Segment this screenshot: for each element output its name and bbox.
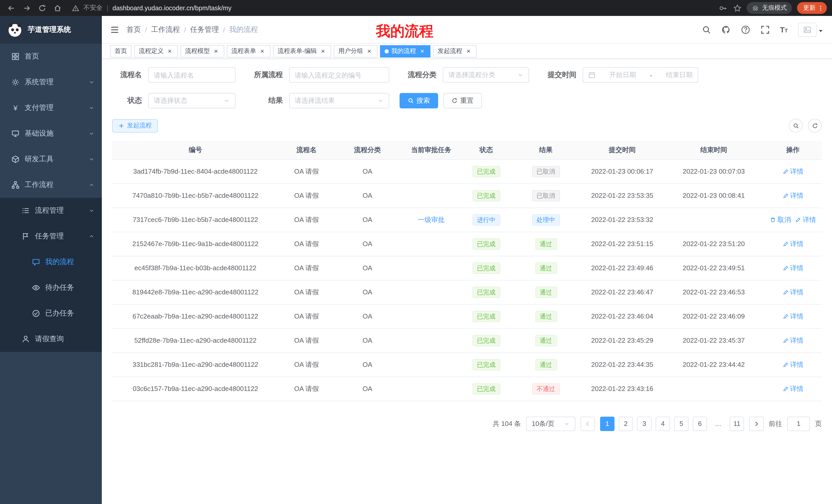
process-name-input[interactable] bbox=[154, 71, 230, 79]
tab-close-icon[interactable]: × bbox=[319, 48, 327, 55]
page-button[interactable]: 6 bbox=[693, 416, 707, 431]
github-icon[interactable] bbox=[721, 25, 730, 34]
tab-item[interactable]: 用户分组× bbox=[334, 45, 378, 57]
tab-item[interactable]: 我的流程× bbox=[380, 45, 431, 57]
detail-button[interactable]: 详情 bbox=[782, 263, 803, 273]
detail-button[interactable]: 详情 bbox=[782, 239, 803, 248]
page-button[interactable]: 1 bbox=[600, 416, 615, 431]
cell-actions: 详情 bbox=[764, 376, 822, 401]
page-button[interactable]: 5 bbox=[674, 416, 688, 431]
refresh-table-button[interactable] bbox=[808, 119, 822, 133]
search-icon[interactable] bbox=[702, 25, 711, 34]
pager-ellipsis[interactable]: … bbox=[711, 416, 726, 431]
address-bar[interactable]: 不安全 | dashboard.yudao.iocoder.cn/bpm/tas… bbox=[72, 4, 742, 12]
next-page-button[interactable] bbox=[749, 416, 763, 431]
prev-page-button[interactable] bbox=[580, 416, 595, 431]
detail-button[interactable]: 详情 bbox=[782, 287, 803, 297]
detail-button[interactable]: 详情 bbox=[782, 191, 803, 200]
cell-name: OA 请假 bbox=[279, 159, 334, 184]
sidebar-item-my-process[interactable]: 我的流程 bbox=[0, 249, 102, 275]
tab-item[interactable]: 流程表单-编辑× bbox=[273, 45, 331, 57]
sidebar-item-task-management[interactable]: 任务管理 bbox=[0, 223, 102, 249]
reset-button[interactable]: 重置 bbox=[443, 93, 482, 108]
sidebar-item-home[interactable]: 首页 bbox=[0, 44, 102, 69]
bookmark-star-icon[interactable] bbox=[733, 4, 742, 12]
end-date-placeholder[interactable]: 结束日期 bbox=[666, 71, 693, 80]
detail-button[interactable]: 详情 bbox=[782, 336, 803, 345]
create-process-button[interactable]: 发起流程 bbox=[112, 119, 158, 132]
tab-close-icon[interactable]: × bbox=[259, 48, 266, 55]
page-button[interactable]: 4 bbox=[656, 416, 670, 431]
cell-actions: 详情 bbox=[764, 304, 822, 328]
detail-button[interactable]: 详情 bbox=[782, 312, 803, 321]
font-size-icon[interactable]: TT bbox=[780, 26, 788, 33]
page-size-select[interactable]: 10条/页 bbox=[526, 416, 575, 431]
incognito-label: 无痕模式 bbox=[762, 4, 787, 12]
avatar[interactable] bbox=[798, 22, 816, 37]
menu-dots-icon[interactable] bbox=[817, 5, 824, 11]
home-icon[interactable] bbox=[53, 4, 62, 12]
tab-item[interactable]: 发起流程× bbox=[433, 45, 477, 57]
update-button[interactable]: 更新 bbox=[797, 2, 827, 14]
reload-icon[interactable] bbox=[38, 4, 46, 12]
status-select[interactable]: 请选择状态 bbox=[148, 93, 235, 108]
tab-item[interactable]: 首页 bbox=[110, 45, 132, 57]
goto-page-input[interactable] bbox=[787, 416, 810, 431]
search-button[interactable]: 搜索 bbox=[399, 93, 438, 108]
fullscreen-icon[interactable] bbox=[760, 25, 770, 34]
page-button[interactable]: 11 bbox=[730, 416, 744, 431]
page-button[interactable]: 3 bbox=[637, 416, 651, 431]
sidebar-item-done-tasks[interactable]: 已办任务 bbox=[0, 301, 102, 326]
key-icon[interactable] bbox=[719, 4, 727, 12]
cancel-button[interactable]: 取消 bbox=[770, 215, 791, 224]
help-icon[interactable] bbox=[741, 25, 750, 34]
result-select[interactable]: 请选择流结果 bbox=[289, 93, 389, 108]
sidebar-item-process-management[interactable]: 流程管理 bbox=[0, 198, 102, 223]
tab-close-icon[interactable]: × bbox=[166, 48, 173, 55]
breadcrumb-item[interactable]: 首页 bbox=[127, 25, 141, 34]
tab-item[interactable]: 流程模型× bbox=[181, 45, 224, 57]
tab-close-icon[interactable]: × bbox=[212, 48, 219, 55]
back-icon[interactable] bbox=[7, 4, 16, 12]
user-icon bbox=[22, 335, 30, 343]
chevron-up-icon bbox=[88, 233, 95, 240]
toolbar: 发起流程 bbox=[112, 119, 822, 133]
tab-close-icon[interactable]: × bbox=[465, 48, 472, 55]
sidebar-item-todo-tasks[interactable]: 待办任务 bbox=[0, 275, 102, 301]
user-menu[interactable] bbox=[798, 22, 824, 37]
date-range-picker[interactable]: 开始日期 - 结束日期 bbox=[582, 67, 698, 83]
tab-close-icon[interactable]: × bbox=[366, 48, 373, 55]
cell-actions: 取消详情 bbox=[764, 207, 822, 232]
sidebar-item-payment-management[interactable]: ¥ 支付管理 bbox=[0, 95, 102, 121]
detail-button[interactable]: 详情 bbox=[782, 360, 803, 369]
current-task-link[interactable]: 一级审批 bbox=[418, 215, 445, 224]
page-button[interactable]: 2 bbox=[619, 416, 633, 431]
sidebar: 芋道管理系统 首页 系统管理 ¥ 支付管理 基础设施 bbox=[0, 16, 102, 504]
forward-icon[interactable] bbox=[23, 4, 31, 12]
detail-button[interactable]: 详情 bbox=[782, 167, 803, 176]
detail-button[interactable]: 详情 bbox=[782, 384, 803, 393]
cell-submit-time: 2022-01-22 23:53:32 bbox=[581, 207, 663, 232]
result-tag: 通过 bbox=[535, 286, 557, 298]
sidebar-item-workflow[interactable]: 工作流程 bbox=[0, 172, 102, 198]
tab-item[interactable]: 流程表单× bbox=[227, 45, 270, 57]
cell-result: 通过 bbox=[511, 328, 581, 353]
breadcrumb-item[interactable]: 任务管理 bbox=[190, 25, 219, 34]
sidebar-item-leave-query[interactable]: 请假查询 bbox=[0, 326, 102, 352]
detail-button[interactable]: 详情 bbox=[795, 215, 816, 224]
breadcrumb-item[interactable]: 工作流程 bbox=[151, 25, 180, 34]
toggle-search-button[interactable] bbox=[789, 119, 803, 133]
collapse-menu-icon[interactable] bbox=[110, 25, 119, 34]
sidebar-item-infrastructure[interactable]: 基础设施 bbox=[0, 121, 102, 146]
sidebar-item-system-management[interactable]: 系统管理 bbox=[0, 69, 102, 95]
sidebar-item-devtools[interactable]: 研发工具 bbox=[0, 146, 102, 172]
col-current-task: 当前审批任务 bbox=[400, 141, 462, 159]
start-date-placeholder[interactable]: 开始日期 bbox=[609, 71, 636, 80]
process-category-select[interactable]: 请选择流程分类 bbox=[443, 67, 529, 83]
search-button-label: 搜索 bbox=[417, 96, 430, 105]
tab-close-icon[interactable]: × bbox=[419, 48, 426, 55]
process-definition-input[interactable] bbox=[295, 71, 384, 79]
tab-item[interactable]: 流程定义× bbox=[134, 45, 178, 57]
tab-label: 发起流程 bbox=[438, 47, 462, 55]
result-tag: 已取消 bbox=[532, 166, 560, 177]
